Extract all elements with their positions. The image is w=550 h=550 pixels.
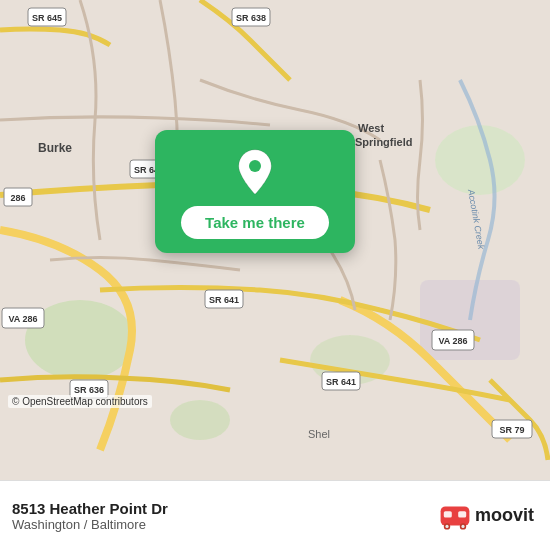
location-pin-icon [231,148,279,196]
moovit-logo: moovit [439,500,534,532]
address-text: 8513 Heather Point Dr [12,500,168,517]
svg-point-38 [461,524,464,527]
svg-point-2 [170,400,230,440]
address-section: 8513 Heather Point Dr Washington / Balti… [12,500,168,532]
svg-text:SR 641: SR 641 [209,295,239,305]
popup-card: Take me there [155,130,355,253]
svg-text:VA 286: VA 286 [438,336,467,346]
svg-text:SR 636: SR 636 [74,385,104,395]
take-me-there-button[interactable]: Take me there [181,206,329,239]
osm-credit: © OpenStreetMap contributors [8,395,152,408]
moovit-text: moovit [475,505,534,526]
svg-text:VA 286: VA 286 [8,314,37,324]
map-container: Accotink Creek SR 645 SR 63 [0,0,550,480]
svg-text:SR 638: SR 638 [236,13,266,23]
city-text: Washington / Baltimore [12,517,168,532]
svg-text:West: West [358,122,384,134]
svg-text:SR 641: SR 641 [326,377,356,387]
bottom-bar: 8513 Heather Point Dr Washington / Balti… [0,480,550,550]
svg-point-4 [435,125,525,195]
svg-text:SR 79: SR 79 [499,425,524,435]
svg-point-31 [249,160,261,172]
svg-rect-33 [444,511,452,517]
svg-text:Shel: Shel [308,428,330,440]
svg-text:Springfield: Springfield [355,136,412,148]
svg-text:SR 645: SR 645 [32,13,62,23]
svg-point-37 [445,524,448,527]
svg-text:286: 286 [10,193,25,203]
osm-credit-text: © OpenStreetMap contributors [12,396,148,407]
svg-text:Burke: Burke [38,141,72,155]
moovit-icon [439,500,471,532]
svg-rect-34 [458,511,466,517]
